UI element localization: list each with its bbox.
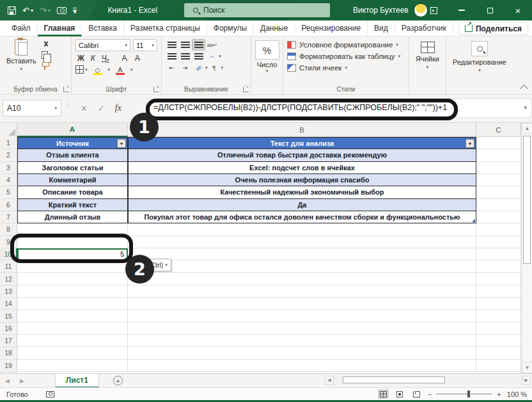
tab-формулы[interactable]: Формулы [207,20,254,36]
tab-разметка-страницы[interactable]: Разметка страницы [124,20,207,36]
align-center-button[interactable] [178,51,192,62]
cell-B11[interactable] [128,261,476,273]
cell-B9[interactable] [128,236,476,248]
expand-formula-bar-icon[interactable]: ▾ [524,104,527,111]
row-header-14[interactable]: 14 [0,298,17,310]
cell-C12[interactable] [476,273,521,285]
cell-B13[interactable] [128,285,476,298]
share-button[interactable]: Поделиться [458,22,528,35]
cell-B12[interactable] [128,273,476,285]
add-sheet-icon[interactable]: + [113,376,123,385]
column-header-B[interactable]: B [128,123,476,137]
page-layout-view-button[interactable] [395,389,405,399]
dialog-launcher-icon[interactable] [63,86,69,92]
sheet-tab-list1[interactable]: Лист1 [55,374,99,388]
editing-menu-button[interactable]: Редактирование ▾ [446,41,513,73]
qat-customize-icon[interactable]: ▾ [73,8,77,13]
row-header-16[interactable]: 16 [0,323,17,335]
row-header-4[interactable]: 4 [0,174,17,186]
cell-B3[interactable]: Excel: подсчет слов в ячейках [128,162,476,174]
column-header-C[interactable]: C [476,123,521,137]
sheet-nav-left-icon[interactable]: ◀ [0,378,15,384]
row-header-2[interactable]: 2 [0,149,17,161]
cells-menu-button[interactable]: Ячейки ▾ [409,42,446,70]
align-middle-button[interactable] [178,39,192,51]
name-box[interactable]: A10 ▾ [3,100,61,117]
cell-C19[interactable] [476,360,521,372]
grow-font-button[interactable]: Аˆ [120,54,130,63]
cell-C4[interactable] [476,174,521,186]
row-header-3[interactable]: 3 [0,162,17,174]
scroll-right-icon[interactable]: ▶ [522,376,531,385]
zoom-out-icon[interactable]: − [428,390,432,398]
cell-A2[interactable]: Отзыв клиента [17,149,128,161]
tab-данные[interactable]: Данные [254,20,295,36]
column-header-A[interactable]: A [17,123,128,137]
cell-B7[interactable]: Покупал этот товар для офиса остался дов… [128,211,476,223]
row-header-15[interactable]: 15 [0,310,17,322]
percent-style-button[interactable]: % [255,40,279,60]
align-bottom-button[interactable] [192,39,205,51]
cell-styles-button[interactable]: Стили ячеек▾ [283,62,409,74]
zoom-in-icon[interactable]: + [497,390,501,398]
font-color-button[interactable]: А [116,67,125,73]
formula-bar-splitter[interactable]: ⋮ [65,102,72,106]
confirm-entry-icon[interactable]: ✓ [98,104,105,113]
ribbon-display-button[interactable] [419,0,448,20]
italic-button[interactable]: К [89,54,97,63]
format-as-table-button[interactable]: Форматировать как таблицу▾ [283,51,409,62]
cell-C17[interactable] [476,335,521,347]
row-header-12[interactable]: 12 [0,273,17,285]
copy-icon[interactable] [42,51,48,59]
horizontal-scrollbar[interactable]: ◀ ▶ [325,376,531,385]
cell-B10[interactable] [128,248,476,261]
font-size-select[interactable]: 11▾ [133,39,157,51]
cell-C2[interactable] [476,149,521,161]
cell-A14[interactable] [17,298,128,310]
table-resize-handle[interactable] [472,219,475,222]
cell-C10[interactable] [476,248,521,261]
row-header-19[interactable]: 19 [0,360,17,372]
search-input[interactable]: Поиск [184,3,330,17]
undo-icon[interactable]: ↶▾ [22,6,33,15]
cell-B8[interactable] [128,223,476,236]
cut-icon[interactable] [42,40,51,48]
conditional-formatting-button[interactable]: Условное форматирование▾ [283,39,409,51]
cell-A18[interactable] [17,347,128,359]
sheet-nav-right-icon[interactable]: ▶ [15,378,29,384]
cell-C13[interactable] [476,285,521,298]
cell-C14[interactable] [476,298,521,310]
cell-A16[interactable] [17,323,128,335]
shrink-font-button[interactable]: Аˇ [133,54,143,63]
cell-A5[interactable]: Описание товара [17,186,128,198]
underline-button[interactable]: Ч▾ [100,54,111,63]
tab-файл[interactable]: Файл [5,20,38,36]
row-header-13[interactable]: 13 [0,285,17,298]
cancel-entry-icon[interactable]: ✕ [81,104,88,113]
save-icon[interactable] [8,6,16,15]
close-button[interactable]: × [504,0,532,20]
cell-A19[interactable] [17,360,128,372]
horizontal-scroll-thumb[interactable] [343,376,445,383]
font-name-select[interactable]: Calibri▾ [75,39,130,51]
vertical-scroll-thumb[interactable] [523,136,531,264]
align-left-button[interactable] [165,51,178,62]
filter-dropdown-icon[interactable]: ▼ [465,139,474,148]
cell-A4[interactable]: Комментарий [17,174,128,186]
cell-A15[interactable] [17,310,128,322]
dialog-launcher-icon[interactable] [243,86,249,92]
row-header-8[interactable]: 8 [0,223,17,236]
row-header-6[interactable]: 6 [0,199,17,211]
decrease-indent-button[interactable]: ⇤ [165,62,178,74]
paste-button[interactable]: Вставить ▾ [6,39,36,72]
collapse-ribbon-icon[interactable] [520,84,528,93]
cell-B16[interactable] [128,323,476,335]
cell-B14[interactable] [128,298,476,310]
cell-B19[interactable] [128,360,476,372]
borders-button[interactable]: ▾ [75,65,88,74]
cell-B1[interactable]: Текст для анализа▼ [128,137,476,149]
bold-button[interactable]: Ж [75,54,86,63]
cell-B17[interactable] [128,335,476,347]
vertical-scrollbar[interactable]: ▲ ▼ [521,123,532,373]
zoom-slider[interactable] [436,394,492,394]
